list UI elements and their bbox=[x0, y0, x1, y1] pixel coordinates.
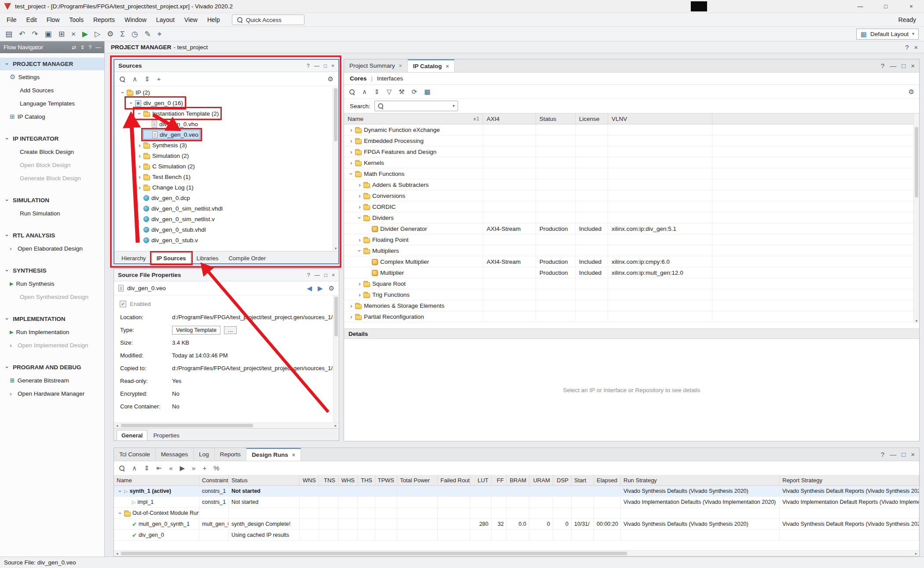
menu-tools[interactable]: Tools bbox=[64, 13, 88, 26]
float-icon[interactable]: □ bbox=[324, 63, 327, 69]
sources-tree-item-ip-2[interactable]: ›IP (2) bbox=[114, 87, 338, 98]
ip-catalog-row-conversions[interactable]: ›Conversions bbox=[344, 190, 919, 201]
menu-window[interactable]: Window bbox=[120, 13, 151, 26]
flownav-item-generate-block-design[interactable]: Generate Block Design bbox=[0, 171, 104, 185]
flow-section-header-project-manager[interactable]: ›PROJECT MANAGER bbox=[0, 58, 104, 70]
close-icon[interactable]: × bbox=[331, 63, 334, 69]
menu-reports[interactable]: Reports bbox=[88, 13, 120, 26]
chevron-down-icon[interactable]: › bbox=[128, 99, 135, 107]
tab-libraries[interactable]: Libraries bbox=[192, 253, 223, 263]
sources-tree-item-instantiation-template-2[interactable]: ›Instantiation Template (2) bbox=[114, 108, 338, 119]
sources-tree-item-div-gen-0-sim-netlist-vhdl[interactable]: div_gen_0_sim_netlist.vhdl bbox=[114, 203, 338, 214]
ipcat-vertical-scrollbar[interactable]: ▾ bbox=[913, 114, 919, 323]
customize-ip-icon[interactable]: ⚒ bbox=[399, 88, 404, 95]
sources-tree-item-div-gen-0-veo[interactable]: div_gen_0.veo bbox=[114, 129, 338, 140]
flow-section-header-implementation[interactable]: ›IMPLEMENTATION bbox=[0, 313, 104, 325]
tab-general[interactable]: General bbox=[117, 430, 147, 441]
sources-tree-item-div-gen-0-16[interactable]: ›div_gen_0 (16) bbox=[114, 98, 338, 108]
ip-catalog-row-trig-functions[interactable]: ›Trig Functions bbox=[344, 289, 919, 300]
float-icon[interactable]: □ bbox=[324, 273, 327, 278]
scroll-down-icon[interactable]: ▾ bbox=[333, 246, 338, 251]
undo-icon[interactable]: ↶ bbox=[19, 30, 25, 38]
ip-catalog-row-kernels[interactable]: ›Kernels bbox=[344, 157, 919, 168]
scrollbar-thumb[interactable] bbox=[334, 88, 337, 141]
scroll-left-icon[interactable]: ◂ bbox=[114, 551, 120, 556]
chevron-right-icon[interactable]: › bbox=[136, 174, 143, 180]
settings-gear-icon[interactable]: ⚙ bbox=[328, 76, 334, 82]
sources-tree-item-div-gen-0-stub-v[interactable]: div_gen_0_stub.v bbox=[114, 235, 338, 245]
expand-collapse-icon[interactable]: ⇕ bbox=[80, 45, 84, 50]
tab-compile-order[interactable]: Compile Order bbox=[224, 253, 270, 263]
flownav-item-open-synthesized-design[interactable]: Open Synthesized Design bbox=[0, 290, 104, 303]
close-tab-icon[interactable]: × bbox=[292, 452, 295, 458]
tab-properties[interactable]: Properties bbox=[149, 430, 183, 441]
menu-edit[interactable]: Edit bbox=[22, 13, 42, 26]
ip-catalog-row-partial-reconfiguration[interactable]: ›Partial Reconfiguration bbox=[344, 311, 919, 322]
flownav-item-open-elaborated-design[interactable]: ›Open Elaborated Design bbox=[0, 242, 104, 255]
subtab-interfaces[interactable]: Interfaces bbox=[377, 75, 403, 82]
settings-gear-icon[interactable]: ⚙ bbox=[329, 285, 334, 291]
minimize-icon[interactable]: — bbox=[95, 45, 101, 50]
chevron-right-icon[interactable]: › bbox=[348, 302, 355, 309]
scroll-right-icon[interactable]: ▸ bbox=[913, 551, 919, 556]
flownav-item-run-simulation[interactable]: Run Simulation bbox=[0, 207, 104, 220]
menu-help[interactable]: Help bbox=[202, 13, 225, 26]
minimize-button[interactable]: — bbox=[847, 0, 873, 13]
help-icon[interactable]: ? bbox=[307, 63, 310, 69]
sources-tree-item-div-gen-0-sim-netlist-v[interactable]: div_gen_0_sim_netlist.v bbox=[114, 214, 338, 224]
tab-hierarchy[interactable]: Hierarchy bbox=[117, 253, 150, 263]
search-icon[interactable] bbox=[349, 89, 355, 95]
ip-catalog-row-multipliers[interactable]: ›Multipliers bbox=[344, 245, 919, 256]
search-icon[interactable] bbox=[119, 76, 125, 82]
ip-catalog-row-floating-point[interactable]: ›Floating Point bbox=[344, 234, 919, 245]
expand-all-icon[interactable]: ⇕ bbox=[144, 465, 150, 471]
close-tab-icon[interactable]: × bbox=[446, 63, 449, 69]
column-header-name[interactable]: Name bbox=[114, 475, 199, 485]
tab-log[interactable]: Log bbox=[194, 448, 215, 461]
column-header-tpws[interactable]: TPWS bbox=[375, 475, 397, 485]
scroll-down-icon[interactable]: ▾ bbox=[914, 319, 919, 323]
browse-button[interactable]: … bbox=[224, 326, 237, 334]
settings-gear-icon[interactable]: ⚙ bbox=[909, 88, 914, 95]
close-icon[interactable]: × bbox=[914, 44, 918, 51]
filter-icon[interactable]: ▽ bbox=[387, 88, 392, 95]
ip-catalog-row-memories-storage-elements[interactable]: ›Memories & Storage Elements bbox=[344, 300, 919, 311]
flow-section-header-synthesis[interactable]: ›SYNTHESIS bbox=[0, 264, 104, 277]
column-header-name[interactable]: Name∧1 bbox=[344, 113, 483, 124]
expand-all-icon[interactable]: ⇕ bbox=[374, 88, 380, 95]
dock-icon[interactable]: ⇄ bbox=[72, 45, 76, 50]
sources-vertical-scrollbar[interactable]: ▾ bbox=[333, 87, 338, 251]
column-header-status[interactable]: Status bbox=[536, 113, 576, 124]
column-header-total-power[interactable]: Total Power bbox=[397, 475, 438, 485]
scrollbar-thumb[interactable] bbox=[334, 297, 338, 336]
chevron-right-icon[interactable]: › bbox=[356, 291, 363, 298]
ip-catalog-row-fpga-features-and-design[interactable]: ›FPGA Features and Design bbox=[344, 146, 919, 157]
previous-icon[interactable]: « bbox=[169, 465, 172, 471]
subtab-cores[interactable]: Cores bbox=[350, 75, 367, 82]
chevron-right-icon[interactable]: › bbox=[348, 313, 355, 320]
sources-tree-item-change-log-1[interactable]: ›Change Log (1) bbox=[114, 182, 338, 193]
flow-section-header-rtl-analysis[interactable]: ›RTL ANALYSIS bbox=[0, 229, 104, 242]
flownav-item-ip-catalog[interactable]: ⊞IP Catalog bbox=[0, 110, 104, 123]
edit-icon[interactable]: ✎ bbox=[145, 30, 151, 38]
design-run-row-div-gen-0[interactable]: ✔div_gen_0Using cached IP results bbox=[114, 530, 919, 541]
tab-project-summary[interactable]: Project Summary× bbox=[344, 59, 408, 72]
flownav-item-open-block-design[interactable]: Open Block Design bbox=[0, 158, 104, 171]
design-run-row-out-of-context-module-runs[interactable]: ›Out-of-Context Module Runs bbox=[114, 508, 919, 519]
paste-icon[interactable]: ⊞ bbox=[59, 30, 65, 38]
collapse-all-icon[interactable]: ∧ bbox=[132, 465, 137, 471]
chevron-right-icon[interactable]: › bbox=[348, 138, 355, 144]
close-icon[interactable]: × bbox=[332, 273, 335, 278]
collapse-all-icon[interactable]: ∧ bbox=[362, 88, 367, 95]
column-header-elapsed[interactable]: Elapsed bbox=[594, 475, 621, 485]
flownav-item-settings[interactable]: ⚙Settings bbox=[0, 70, 104, 84]
column-header-whs[interactable]: WHS bbox=[338, 475, 358, 485]
copy-icon[interactable]: ▣ bbox=[45, 30, 52, 38]
flownav-item-run-synthesis[interactable]: ▶Run Synthesis bbox=[0, 277, 104, 290]
ip-catalog-row-math-functions[interactable]: ›Math Functions bbox=[344, 168, 919, 179]
chevron-right-icon[interactable]: › bbox=[348, 160, 355, 166]
column-header-axi4[interactable]: AXI4 bbox=[483, 113, 536, 124]
minimize-icon[interactable]: — bbox=[890, 62, 896, 69]
ip-catalog-row-square-root[interactable]: ›Square Root bbox=[344, 278, 919, 289]
create-runs-icon[interactable]: + bbox=[202, 465, 206, 471]
